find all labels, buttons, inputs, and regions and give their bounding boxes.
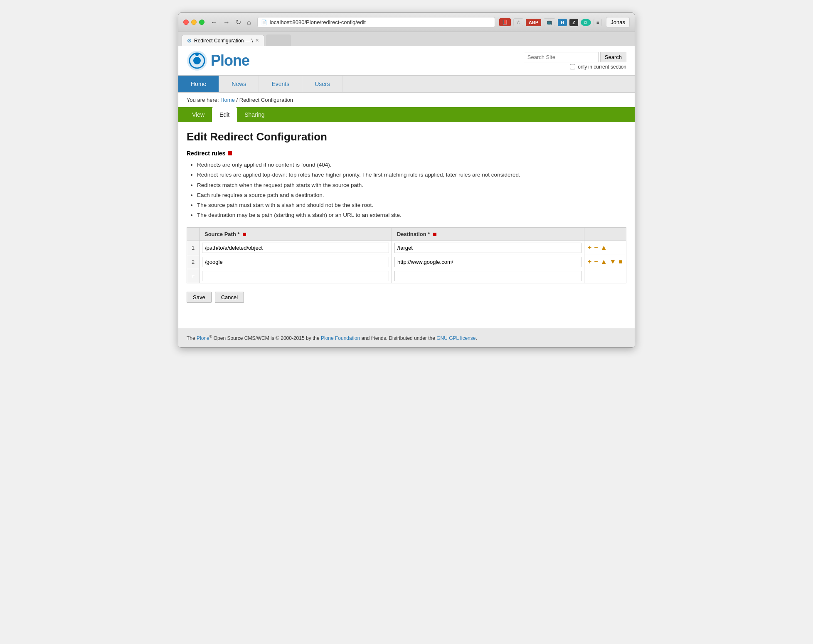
row-1-add-button[interactable]: +: [587, 243, 592, 252]
nav-item-events[interactable]: Events: [259, 76, 302, 92]
tab-view[interactable]: View: [185, 107, 212, 122]
col-source-label: Source Path *: [204, 231, 240, 237]
nav-spacer: [343, 76, 635, 92]
breadcrumb-current: Redirect Configuration: [239, 97, 293, 103]
row-2-dest-input[interactable]: [394, 257, 581, 267]
z-icon[interactable]: Z: [569, 19, 578, 26]
tab-sharing-label: Sharing: [244, 111, 264, 118]
plone-header: Plone Search only in current section: [178, 46, 635, 75]
row-2-actions: + − ▲ ▼ ■: [584, 255, 626, 269]
reload-button[interactable]: ↻: [234, 17, 243, 27]
fullscreen-button[interactable]: [199, 20, 204, 25]
plone-logo-text: Plone: [211, 52, 249, 69]
plone-logo-svg: [187, 50, 207, 71]
required-marker: [228, 151, 232, 155]
row-1-dest-input[interactable]: [394, 243, 581, 253]
table-row: 1 + − ▲: [187, 241, 626, 255]
row-2-dest-cell: [392, 255, 584, 269]
nav-item-news[interactable]: News: [219, 76, 259, 92]
search-section-label: only in current section: [578, 64, 626, 70]
home-button[interactable]: ⌂: [245, 18, 253, 27]
h-icon[interactable]: H: [558, 19, 567, 26]
table-row-new: +: [187, 269, 626, 283]
breadcrumb-prefix: You are here:: [187, 97, 220, 103]
footer-text-after-foundation: and friends. Distributed under the: [360, 335, 436, 341]
new-dest-input[interactable]: [394, 271, 581, 281]
row-2-remove-button[interactable]: −: [593, 257, 599, 266]
row-2-source-cell: [200, 255, 392, 269]
menu-icon[interactable]: ≡: [594, 19, 602, 26]
search-area: Search only in current section: [524, 52, 626, 70]
nav-events-label: Events: [271, 81, 289, 87]
nav-item-home[interactable]: Home: [178, 76, 219, 92]
search-section-checkbox[interactable]: [570, 64, 575, 69]
forward-button[interactable]: →: [221, 18, 232, 27]
breadcrumb-home[interactable]: Home: [220, 97, 235, 103]
abp-icon[interactable]: ABP: [526, 19, 541, 26]
tab-favicon: ⊗: [187, 37, 192, 44]
new-row-plus: +: [187, 269, 200, 283]
page-content: Plone Search only in current section Hom…: [178, 46, 635, 347]
table-header-source: Source Path *: [200, 227, 392, 241]
section-heading-text: Redirect rules: [187, 150, 225, 157]
source-required-marker: [243, 233, 246, 236]
search-button[interactable]: Search: [600, 52, 626, 62]
table-row: 2 + − ▲ ▼: [187, 255, 626, 269]
address-bar[interactable]: 📄 localhost:8080/Plone/redirect-config/e…: [257, 17, 495, 27]
new-source-cell: [200, 269, 392, 283]
new-tab-area: [266, 34, 291, 46]
nav-item-users[interactable]: Users: [302, 76, 343, 92]
row-1-actions: + − ▲: [584, 241, 626, 255]
save-button[interactable]: Save: [187, 292, 212, 303]
tab-sharing[interactable]: Sharing: [237, 107, 272, 122]
row-1-shield-button[interactable]: ▲: [600, 243, 608, 252]
table-header-dest: Destination *: [392, 227, 584, 241]
nav-bar: Home News Events Users: [178, 75, 635, 93]
row-2-source-input[interactable]: [202, 257, 389, 267]
browser-nav: ← → ↻ ⌂: [209, 17, 253, 27]
user-button[interactable]: Jonas: [606, 17, 630, 27]
row-1-action-buttons: + − ▲: [587, 243, 623, 252]
cast-icon[interactable]: 📺: [544, 18, 555, 26]
footer-foundation-link[interactable]: Plone Foundation: [321, 335, 360, 341]
footer-text-end: .: [475, 335, 477, 341]
page-title: Edit Redirect Configuration: [187, 130, 626, 143]
tab-edit[interactable]: Edit: [212, 107, 237, 122]
row-1-source-input[interactable]: [202, 243, 389, 253]
cancel-button[interactable]: Cancel: [215, 292, 244, 303]
minimize-button[interactable]: [191, 20, 197, 25]
tab-close-button[interactable]: ✕: [255, 38, 259, 43]
breadcrumb-separator: /: [237, 97, 239, 103]
browser-titlebar: ← → ↻ ⌂ 📄 localhost:8080/Plone/redirect-…: [178, 13, 635, 32]
list-item: Redirects match when the request path st…: [197, 180, 626, 190]
new-row-actions: [584, 269, 626, 283]
settings-icon[interactable]: ⛭: [581, 19, 591, 26]
main-content: Edit Redirect Configuration Redirect rul…: [178, 122, 635, 311]
footer-license-link[interactable]: GNU GPL license: [436, 335, 475, 341]
table-header-num: [187, 227, 200, 241]
close-button[interactable]: [183, 20, 189, 25]
list-item: The destination may be a path (starting …: [197, 210, 626, 220]
page-icon: 📄: [261, 20, 267, 25]
back-button[interactable]: ←: [209, 18, 219, 27]
tab-view-label: View: [192, 111, 204, 118]
tab-title: Redirect Configuration — \: [194, 38, 253, 44]
row-2-shield-button[interactable]: ■: [618, 257, 623, 266]
footer-text-after-plone: Open Source CMS/WCM is © 2000-2015 by th…: [212, 335, 321, 341]
footer-plone-link[interactable]: Plone: [197, 335, 209, 341]
list-item: Redirect rules are applied top-down: top…: [197, 170, 626, 180]
star-icon[interactable]: ☆: [513, 18, 523, 26]
row-2-down-button[interactable]: ▼: [609, 257, 617, 266]
row-2-up-button[interactable]: ▲: [600, 257, 608, 266]
row-number-1: 1: [187, 241, 200, 255]
search-input[interactable]: [524, 52, 599, 62]
section-heading: Redirect rules: [187, 150, 626, 157]
row-1-remove-button[interactable]: −: [593, 243, 599, 252]
new-source-input[interactable]: [202, 271, 389, 281]
browser-window: ← → ↻ ⌂ 📄 localhost:8080/Plone/redirect-…: [178, 12, 635, 348]
row-1-source-cell: [200, 241, 392, 255]
nav-news-label: News: [232, 81, 246, 87]
bookmark-icon[interactable]: 📕: [499, 18, 511, 26]
active-tab[interactable]: ⊗ Redirect Configuration — \ ✕: [182, 35, 264, 46]
row-2-add-button[interactable]: +: [587, 257, 592, 266]
